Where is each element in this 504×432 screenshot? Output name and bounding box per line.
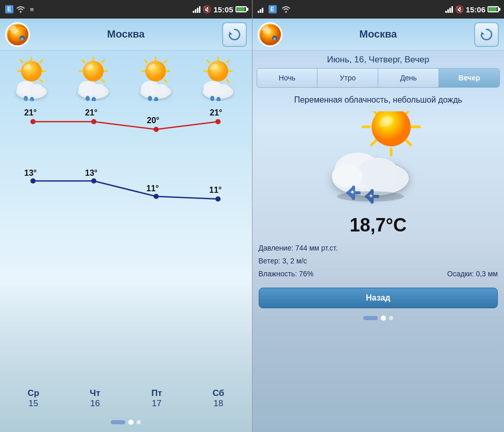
weather-details: Давление: 744 мм рт.ст. Ветер: 3, 2 м/с … bbox=[253, 239, 505, 284]
wifi-icon-1 bbox=[16, 6, 25, 13]
screen1-content: ✦ ✦ bbox=[0, 51, 252, 432]
svg-text:✦: ✦ bbox=[24, 97, 26, 101]
bar1 bbox=[193, 11, 194, 13]
app-title-2: Москва bbox=[282, 28, 475, 40]
temperature-display: 18,7°C bbox=[253, 212, 505, 239]
icon-col-0: ✦ ✦ bbox=[3, 55, 63, 101]
hamburger-icon-1: ≡ bbox=[30, 6, 34, 13]
day-num-2: 17 bbox=[152, 398, 162, 409]
nav-dot2-0[interactable] bbox=[363, 316, 378, 320]
day-col-1: Чт 16 bbox=[64, 388, 126, 409]
icon-col-2 bbox=[127, 55, 187, 101]
date-subtitle: Июнь, 16, Четверг, Вечер bbox=[253, 51, 505, 68]
svg-point-76 bbox=[285, 11, 287, 13]
svg-point-58 bbox=[210, 96, 214, 101]
svg-point-65 bbox=[91, 178, 96, 184]
mute-icon-2: 🔇 bbox=[455, 5, 464, 13]
day-num-1: 16 bbox=[90, 398, 100, 409]
nav-dot2-1[interactable] bbox=[381, 315, 386, 321]
nav-dot-2[interactable] bbox=[137, 420, 141, 424]
tab-night[interactable]: Ночь bbox=[257, 69, 318, 87]
svg-line-24 bbox=[102, 79, 105, 82]
day-num-3: 18 bbox=[213, 398, 223, 409]
svg-line-83 bbox=[406, 111, 411, 114]
tab-evening[interactable]: Вечер bbox=[439, 69, 499, 87]
svg-point-16 bbox=[29, 84, 44, 95]
day-name-1: Чт bbox=[90, 388, 100, 398]
weather-icon-0: ✦ ✦ bbox=[8, 55, 57, 101]
network-type-2: E bbox=[268, 5, 277, 13]
back-button[interactable]: Назад bbox=[259, 288, 498, 308]
battery-icon-2 bbox=[488, 6, 499, 12]
refresh-icon-2 bbox=[479, 27, 494, 42]
svg-marker-81 bbox=[481, 31, 484, 35]
screen1-phone: E ≡ 🔇 15:05 bbox=[0, 0, 252, 432]
battery-fill-1 bbox=[237, 7, 245, 11]
svg-line-51 bbox=[207, 60, 210, 63]
svg-line-10 bbox=[20, 60, 23, 63]
nav-dot-1[interactable] bbox=[128, 420, 133, 425]
status-right-2: 🔇 15:06 bbox=[445, 5, 499, 14]
svg-point-95 bbox=[358, 158, 399, 189]
day-name-2: Пт bbox=[152, 388, 162, 398]
bar3 bbox=[197, 8, 198, 13]
refresh-button-1[interactable] bbox=[222, 22, 247, 47]
refresh-button-2[interactable] bbox=[474, 22, 499, 47]
time-display-1: 15:05 bbox=[213, 5, 233, 14]
large-weather-svg: ✦ ✦ bbox=[316, 111, 440, 209]
battery-icon-1 bbox=[236, 6, 247, 12]
app-logo-2: ⊞ bbox=[258, 22, 282, 47]
weather-icon-3 bbox=[195, 55, 244, 101]
logo-svg-1: ⊞ bbox=[7, 24, 30, 47]
svg-point-32 bbox=[86, 96, 90, 101]
signal-bars-2 bbox=[258, 6, 263, 13]
svg-line-7 bbox=[40, 60, 43, 63]
status-left-2: E bbox=[258, 5, 290, 13]
svg-line-85 bbox=[406, 140, 411, 145]
app-header-1: ⊞ Москва bbox=[0, 19, 252, 51]
svg-line-38 bbox=[144, 60, 147, 63]
day-name-3: Сб bbox=[212, 388, 224, 398]
nav-dot2-2[interactable] bbox=[389, 316, 393, 320]
tab-morning[interactable]: Утро bbox=[317, 69, 378, 87]
svg-text:20°: 20° bbox=[147, 116, 159, 125]
svg-point-77 bbox=[260, 25, 282, 46]
sbar1 bbox=[258, 11, 259, 13]
svg-point-61 bbox=[91, 119, 96, 124]
weather-icon-2 bbox=[132, 55, 181, 101]
humidity-precipitation-row: Влажность: 76% Осадки: 0,3 мм bbox=[259, 268, 498, 280]
svg-point-66 bbox=[154, 194, 159, 199]
temp-chart-area: 21° 21° 20° 21° 13° 13° 11° 11° bbox=[3, 101, 249, 386]
svg-point-40 bbox=[145, 61, 166, 81]
status-bar-1: E ≡ 🔇 15:05 bbox=[0, 0, 252, 19]
large-weather-icon: ✦ ✦ bbox=[253, 109, 505, 212]
app-logo-1: ⊞ bbox=[5, 22, 30, 47]
svg-text:11°: 11° bbox=[209, 186, 222, 194]
wifi-icon-2 bbox=[282, 6, 290, 13]
day-col-3: Сб 18 bbox=[188, 388, 249, 409]
svg-point-96 bbox=[332, 164, 363, 187]
svg-point-53 bbox=[208, 61, 228, 81]
logo-svg-2: ⊞ bbox=[259, 24, 282, 47]
nav-dot-0[interactable] bbox=[111, 420, 125, 424]
svg-point-62 bbox=[154, 127, 159, 132]
svg-point-0 bbox=[20, 11, 22, 13]
wind-label: Ветер: 3, 2 м/с bbox=[259, 255, 307, 268]
svg-line-9 bbox=[40, 79, 43, 82]
svg-line-25 bbox=[82, 60, 85, 63]
network-type-1: E bbox=[5, 5, 13, 13]
svg-marker-5 bbox=[229, 31, 232, 35]
icons-row: ✦ ✦ bbox=[0, 51, 252, 101]
tab-day[interactable]: День bbox=[378, 69, 439, 87]
svg-line-37 bbox=[164, 79, 167, 82]
svg-point-64 bbox=[30, 178, 36, 184]
sbar2 bbox=[260, 9, 261, 13]
icon-col-1 bbox=[65, 55, 125, 101]
bar2 bbox=[195, 9, 196, 13]
svg-point-27 bbox=[83, 61, 104, 81]
mute-icon-1: 🔇 bbox=[203, 5, 211, 13]
day-col-0: Ср 15 bbox=[3, 388, 64, 409]
back-button-label: Назад bbox=[366, 293, 390, 303]
time-tabs: Ночь Утро День Вечер bbox=[257, 68, 500, 88]
wind-row: Ветер: 3, 2 м/с bbox=[259, 255, 498, 268]
